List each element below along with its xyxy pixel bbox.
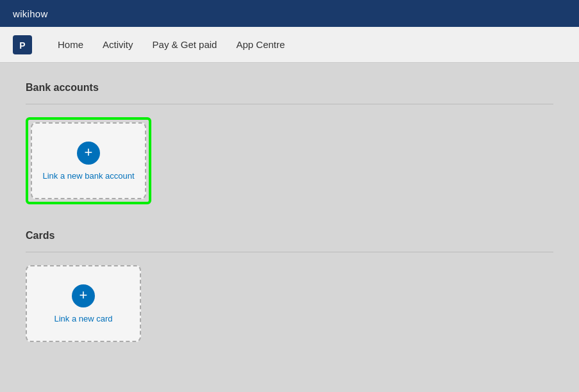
main-content: Bank accounts + Link a new bank account … (0, 63, 579, 392)
wikihow-title: wikihow (13, 8, 48, 19)
cards-row: + Link a new card (26, 265, 553, 342)
bank-accounts-heading: Bank accounts (26, 82, 553, 94)
cards-heading: Cards (26, 230, 553, 241)
wikihow-bar: wikihow (0, 0, 579, 27)
svg-text:P: P (19, 40, 25, 51)
link-bank-account-highlighted-wrapper: + Link a new bank account (26, 117, 151, 204)
link-bank-account-card[interactable]: + Link a new bank account (31, 122, 146, 199)
nav-pay-get-paid[interactable]: Pay & Get paid (153, 37, 217, 53)
link-bank-account-label: Link a new bank account (36, 171, 140, 181)
nav-app-centre[interactable]: App Centre (236, 37, 285, 53)
link-card-label: Link a new card (47, 314, 119, 323)
bank-accounts-section: Bank accounts + Link a new bank account (26, 82, 553, 204)
nav-activity[interactable]: Activity (103, 37, 133, 53)
bank-cards-row: + Link a new bank account (26, 117, 553, 204)
paypal-nav: P Home Activity Pay & Get paid App Centr… (0, 27, 579, 63)
link-card-card[interactable]: + Link a new card (26, 265, 141, 342)
bank-section-divider (26, 104, 553, 104)
paypal-logo-icon: P (13, 35, 32, 54)
link-bank-plus-icon: + (77, 142, 100, 165)
cards-section-divider (26, 252, 553, 252)
link-card-plus-icon: + (72, 284, 95, 307)
nav-home[interactable]: Home (58, 37, 83, 53)
cards-section: Cards + Link a new card (26, 230, 553, 342)
